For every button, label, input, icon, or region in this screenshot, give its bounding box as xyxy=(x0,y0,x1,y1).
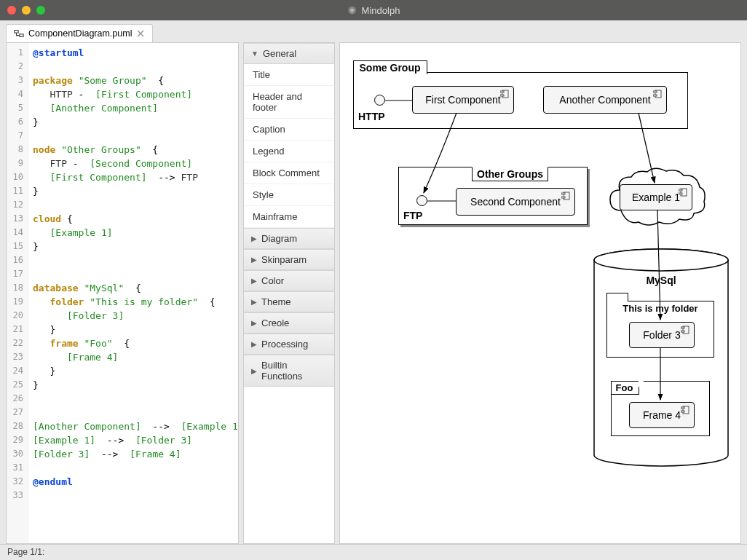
component-icon xyxy=(500,90,509,98)
component-icon xyxy=(653,90,662,98)
maximize-window-button[interactable] xyxy=(36,6,45,15)
section-label: General xyxy=(263,48,296,59)
folder-this-is-my-folder: This is my folder Folder 3 xyxy=(606,301,714,358)
interface-ftp-label: FTP xyxy=(403,210,422,221)
svg-rect-13 xyxy=(561,197,565,198)
app-title: Mindolph xyxy=(362,5,400,16)
snippet-panel: ▼GeneralTitleHeader and footerCaptionLeg… xyxy=(243,42,335,544)
database-label: MySql xyxy=(592,275,730,286)
svg-rect-5 xyxy=(500,91,504,92)
chevron-right-icon: ▶ xyxy=(251,340,257,348)
chevron-right-icon: ▶ xyxy=(251,367,257,375)
frame-label: Foo xyxy=(611,381,640,395)
svg-rect-21 xyxy=(681,327,684,328)
snippet-item-caption[interactable]: Caption xyxy=(244,119,334,141)
section-label: Theme xyxy=(261,296,290,307)
section-header-creole[interactable]: ▶Creole xyxy=(244,312,334,334)
section-label: Creole xyxy=(261,318,289,328)
component-icon xyxy=(679,188,687,197)
svg-point-1 xyxy=(350,9,354,12)
svg-rect-25 xyxy=(681,411,684,412)
diagram-preview[interactable]: Some Group HTTP First Component Another … xyxy=(339,42,741,544)
code-editor[interactable]: 1234567891011121314151617181920212223242… xyxy=(6,42,239,544)
folder-label: This is my folder xyxy=(607,303,714,314)
snippet-item-title[interactable]: Title xyxy=(244,64,334,86)
package-some-group: Some Group HTTP First Component Another … xyxy=(353,72,688,129)
snippet-item-legend[interactable]: Legend xyxy=(244,141,334,162)
section-label: Color xyxy=(261,275,284,286)
diagram-file-icon xyxy=(14,28,24,39)
titlebar: Mindolph xyxy=(0,0,747,20)
svg-rect-8 xyxy=(653,91,657,92)
code-content[interactable]: @startuml package "Some Group" { HTTP - … xyxy=(28,43,238,543)
section-label: Skinparam xyxy=(261,254,307,265)
section-header-diagram[interactable]: ▶Diagram xyxy=(244,228,334,249)
close-window-button[interactable] xyxy=(7,6,16,15)
status-bar: Page 1/1: xyxy=(0,544,747,560)
component-another: Another Component xyxy=(543,86,667,114)
component-icon xyxy=(681,326,689,334)
component-example1: Example 1 xyxy=(620,184,692,210)
page-indicator: Page 1/1: xyxy=(7,547,44,557)
snippet-item-mainframe[interactable]: Mainframe xyxy=(244,206,334,228)
app-title-group: Mindolph xyxy=(347,5,400,16)
component-icon xyxy=(681,406,689,414)
svg-point-19 xyxy=(594,249,728,271)
package-label: Some Group xyxy=(353,60,427,74)
snippet-item-header-and-footer[interactable]: Header and footer xyxy=(244,86,334,119)
section-header-general[interactable]: ▼General xyxy=(244,43,334,64)
tab-filename: ComponentDiagram.puml xyxy=(28,28,132,39)
section-label: Diagram xyxy=(261,233,297,244)
svg-rect-9 xyxy=(653,95,657,96)
tab-bar: ComponentDiagram.puml xyxy=(0,20,747,42)
chevron-right-icon: ▶ xyxy=(251,277,257,285)
component-icon xyxy=(561,192,570,200)
svg-rect-16 xyxy=(679,189,682,191)
section-header-skinparam[interactable]: ▶Skinparam xyxy=(244,249,334,270)
component-folder3: Folder 3 xyxy=(629,322,695,348)
component-first: First Component xyxy=(412,86,514,114)
svg-rect-22 xyxy=(681,331,684,332)
node-label: Other Groups xyxy=(472,167,548,181)
snippet-item-style[interactable]: Style xyxy=(244,184,334,206)
svg-rect-6 xyxy=(500,95,504,96)
node-other-groups: Other Groups FTP Second Component xyxy=(398,167,588,225)
file-tab[interactable]: ComponentDiagram.puml xyxy=(6,24,153,42)
section-header-theme[interactable]: ▶Theme xyxy=(244,291,334,312)
section-header-color[interactable]: ▶Color xyxy=(244,270,334,291)
svg-rect-2 xyxy=(15,31,18,33)
interface-http-circle xyxy=(374,95,385,106)
svg-rect-12 xyxy=(561,193,565,194)
main-area: 1234567891011121314151617181920212223242… xyxy=(0,42,747,544)
section-label: Builtin Functions xyxy=(261,360,327,382)
section-header-processing[interactable]: ▶Processing xyxy=(244,334,334,355)
chevron-right-icon: ▶ xyxy=(251,319,257,327)
minimize-window-button[interactable] xyxy=(22,6,31,15)
diagram-canvas: Some Group HTTP First Component Another … xyxy=(347,50,740,473)
component-frame4: Frame 4 xyxy=(629,402,695,428)
svg-rect-17 xyxy=(679,193,682,194)
chevron-right-icon: ▶ xyxy=(251,256,257,264)
window-controls xyxy=(7,6,45,15)
close-tab-icon[interactable] xyxy=(136,29,145,38)
chevron-down-icon: ▼ xyxy=(251,50,258,58)
chevron-right-icon: ▶ xyxy=(251,234,257,242)
snippet-item-block-comment[interactable]: Block Comment xyxy=(244,162,334,184)
line-gutter: 1234567891011121314151617181920212223242… xyxy=(7,43,28,543)
interface-ftp-circle xyxy=(416,195,427,206)
frame-foo: Foo Frame 4 xyxy=(611,381,710,436)
section-header-builtin-functions[interactable]: ▶Builtin Functions xyxy=(244,355,334,387)
component-second: Second Component xyxy=(456,188,575,216)
interface-http-label: HTTP xyxy=(358,111,385,122)
svg-rect-24 xyxy=(681,407,684,409)
chevron-right-icon: ▶ xyxy=(251,298,257,306)
app-icon xyxy=(347,5,357,15)
svg-rect-3 xyxy=(20,34,23,37)
section-label: Processing xyxy=(261,339,308,350)
